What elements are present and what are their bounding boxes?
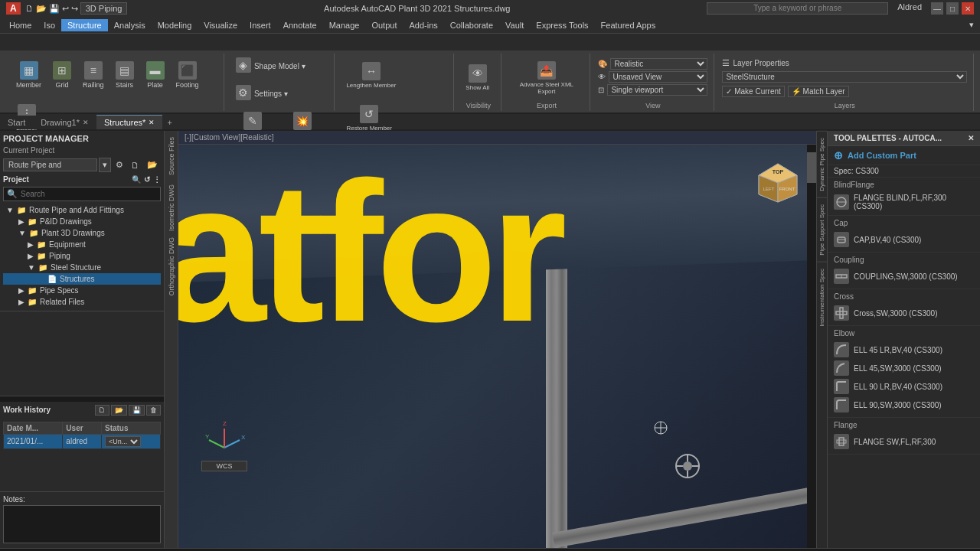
- wh-status-select[interactable]: <Un...: [105, 436, 141, 447]
- stairs-button[interactable]: ▤ Stairs: [111, 55, 139, 95]
- lengthen-button[interactable]: ↔ Lengthen Member: [342, 55, 400, 95]
- tab-start[interactable]: Start: [0, 116, 33, 129]
- list-item[interactable]: FLANGE BLIND,FL,RF,300 (CS300): [834, 192, 974, 212]
- menu-analysis[interactable]: Analysis: [108, 19, 152, 31]
- menu-iso[interactable]: Iso: [38, 19, 61, 31]
- viewport-scrollbar[interactable]: [807, 145, 816, 548]
- redo-icon[interactable]: ↪: [71, 4, 78, 14]
- proj-refresh-icon[interactable]: ↺: [144, 175, 150, 184]
- wh-new-btn[interactable]: 🗋: [95, 405, 109, 416]
- search-box-title[interactable]: Type a keyword or phrase: [707, 2, 888, 15]
- railing-button[interactable]: ≡ Railing: [79, 55, 108, 95]
- menu-overflow[interactable]: ▾: [966, 20, 977, 30]
- spec-tab-dynamic[interactable]: Dynamic Pipe Spec: [817, 131, 827, 197]
- grid-button[interactable]: ⊞ Grid: [48, 55, 76, 95]
- tab-add[interactable]: +: [162, 116, 176, 129]
- advance-steel-button[interactable]: 📤 Advance Steel XML Export: [509, 58, 583, 98]
- tree-item-steel[interactable]: ▼ 📁 Steel Structure: [3, 262, 161, 273]
- list-item[interactable]: ELL 90 LR,BV,40 (CS300): [834, 377, 974, 396]
- settings-button[interactable]: ⚙ Settings ▾: [232, 83, 292, 104]
- new-icon[interactable]: 🗋: [25, 4, 34, 13]
- railing-label: Railing: [83, 81, 104, 89]
- project-open-icon[interactable]: 📂: [144, 158, 161, 171]
- open-icon[interactable]: 📂: [36, 4, 47, 14]
- close-button[interactable]: ✕: [962, 2, 974, 15]
- list-item[interactable]: ELL 90,SW,3000 (CS300): [834, 396, 974, 414]
- minimize-button[interactable]: —: [931, 2, 943, 15]
- list-item[interactable]: ELL 45,SW,3000 (CS300): [834, 359, 974, 377]
- save-icon[interactable]: 💾: [49, 4, 60, 14]
- list-item[interactable]: CAP,BV,40 (CS300): [834, 230, 974, 249]
- wh-delete-btn[interactable]: 🗑: [146, 405, 161, 416]
- menu-visualize[interactable]: Visualize: [198, 19, 243, 31]
- layer-name-select[interactable]: SteelStructure: [722, 71, 967, 83]
- view-name-select[interactable]: Unsaved View: [609, 71, 707, 83]
- layer-properties-btn[interactable]: Layer Properties: [733, 59, 789, 67]
- match-layer-btn[interactable]: ⚡ Match Layer: [788, 86, 849, 97]
- ribbon-group-parts: ▦ Member ⊞ Grid ≡ Railing ▤ Stairs ▬ P: [6, 54, 224, 111]
- footing-button[interactable]: ⬛ Footing: [172, 55, 203, 95]
- tree-item-related[interactable]: ▶ 📁 Related Files: [3, 296, 161, 308]
- svg-text:FRONT: FRONT: [779, 187, 795, 191]
- menu-manage[interactable]: Manage: [323, 19, 366, 31]
- restore-button[interactable]: □: [946, 2, 959, 15]
- plate-button[interactable]: ▬ Plate: [142, 55, 169, 95]
- project-search-input[interactable]: [21, 190, 157, 198]
- viewport-canvas[interactable]: atfor n TOP FRONT LEFT: [178, 145, 816, 548]
- menu-addins[interactable]: Add-ins: [403, 19, 443, 31]
- menu-collaborate[interactable]: Collaborate: [444, 19, 499, 31]
- steering-wheel-icon[interactable]: [672, 447, 703, 494]
- project-settings-icon[interactable]: ⚙: [113, 158, 126, 171]
- notes-textarea[interactable]: [3, 505, 161, 543]
- menu-express[interactable]: Express Tools: [530, 19, 594, 31]
- menu-featured[interactable]: Featured Apps: [595, 19, 662, 31]
- list-item[interactable]: FLANGE SW,FL,RF,300: [834, 432, 974, 451]
- project-new-icon[interactable]: 🗋: [128, 159, 142, 171]
- menu-modeling[interactable]: Modeling: [152, 19, 198, 31]
- tab-structures-close[interactable]: ✕: [149, 119, 155, 126]
- tree-item-pipespecs[interactable]: ▶ 📁 Pipe Specs: [3, 285, 161, 296]
- undo-icon[interactable]: ↩: [62, 4, 69, 14]
- menu-structure[interactable]: Structure: [61, 19, 108, 31]
- table-row[interactable]: 2021/01/... aldred <Un...: [4, 434, 161, 448]
- wh-save-btn[interactable]: 💾: [129, 405, 145, 416]
- workspace-selector[interactable]: 3D Piping: [80, 2, 128, 15]
- proj-more-icon[interactable]: ⋮: [153, 175, 161, 184]
- menu-vault[interactable]: Vault: [499, 19, 530, 31]
- menu-home[interactable]: Home: [3, 19, 38, 31]
- viewport-scroll-thumb[interactable]: [807, 152, 816, 183]
- tab-drawing1-close[interactable]: ✕: [83, 119, 89, 126]
- tool-palette-scroll[interactable]: BlindFlange FLANGE BLIND,FL,RF,300 (CS30…: [828, 178, 980, 548]
- tab-structures[interactable]: Structures* ✕: [96, 115, 162, 129]
- tool-palettes-close[interactable]: ✕: [968, 134, 974, 142]
- tree-item-pid[interactable]: ▶ 📁 P&ID Drawings: [3, 216, 161, 227]
- show-all-button[interactable]: 👁 Show All: [462, 58, 493, 98]
- tab-drawing1[interactable]: Drawing1* ✕: [33, 116, 96, 129]
- menu-annotate[interactable]: Annotate: [277, 19, 323, 31]
- list-item[interactable]: ELL 45 LR,BV,40 (CS300): [834, 341, 974, 359]
- list-item[interactable]: Cross,SW,3000 (CS300): [834, 304, 974, 322]
- menu-insert[interactable]: Insert: [243, 19, 277, 31]
- visual-style-select[interactable]: Realistic: [610, 58, 707, 70]
- list-item[interactable]: COUPLING,SW,3000 (CS300): [834, 267, 974, 285]
- tree-item-route-pipe[interactable]: ▼ 📁 Route Pipe and Add Fittings: [3, 204, 161, 216]
- make-current-btn[interactable]: ✓ Make Current: [722, 86, 784, 97]
- project-name-dropdown[interactable]: Route Pipe and: [3, 158, 97, 171]
- spec-tab-instrumentation[interactable]: Instrumentation Spec: [817, 262, 827, 333]
- tree-item-plant3d[interactable]: ▼ 📁 Plant 3D Drawings: [3, 227, 161, 239]
- wh-open-btn[interactable]: 📂: [111, 405, 127, 416]
- tree-item-piping[interactable]: ▶ 📁 Piping: [3, 250, 161, 262]
- menu-output[interactable]: Output: [365, 19, 403, 31]
- project-search-box[interactable]: 🔍: [3, 187, 161, 201]
- spec-tab-support[interactable]: Pipe Support Spec: [817, 197, 827, 262]
- source-files-label[interactable]: Source Files: [166, 131, 177, 181]
- proj-search-icon[interactable]: 🔍: [132, 175, 141, 184]
- viewport-select[interactable]: Single viewport: [607, 84, 707, 96]
- add-custom-part-button[interactable]: ⊕ Add Custom Part: [828, 146, 980, 165]
- shape-model-button[interactable]: ◈ Shape Model ▾: [232, 55, 309, 77]
- navigation-cube[interactable]: TOP FRONT LEFT: [755, 160, 801, 206]
- tree-item-equipment[interactable]: ▶ 📁 Equipment: [3, 239, 161, 250]
- member-button[interactable]: ▦ Member: [12, 55, 45, 95]
- tree-item-structures[interactable]: 📄 Structures: [3, 273, 161, 285]
- project-dropdown-arrow[interactable]: ▾: [99, 158, 111, 172]
